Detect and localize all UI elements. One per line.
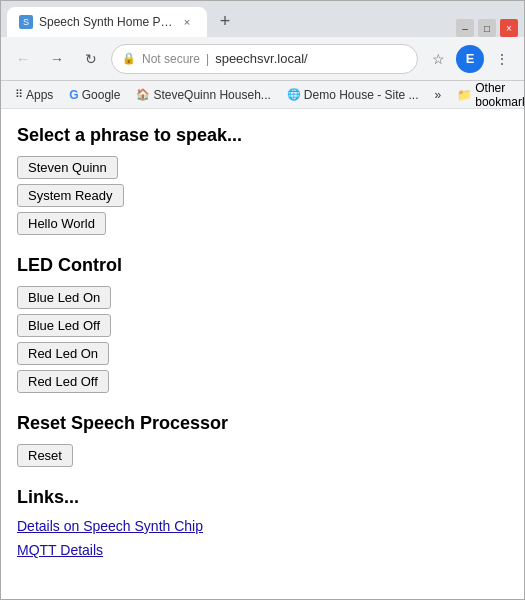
back-button[interactable]: ← [9,45,37,73]
bookmark-apps[interactable]: ⠿ Apps [9,86,59,104]
steven-quinn-button[interactable]: Steven Quinn [17,156,118,179]
phrase-section: Select a phrase to speak... Steven Quinn… [17,125,508,235]
more-menu-button[interactable]: ⋮ [488,45,516,73]
reset-section-title: Reset Speech Processor [17,413,508,434]
reset-section: Reset Speech Processor Reset [17,413,508,467]
tab-bar: S Speech Synth Home Page × + – □ × [1,1,524,37]
reset-button[interactable]: Reset [17,444,73,467]
page-content: Select a phrase to speak... Steven Quinn… [1,109,524,599]
toolbar: ← → ↻ 🔒 Not secure | speechsvr.local/ ☆ … [1,37,524,81]
red-led-off-button[interactable]: Red Led Off [17,370,109,393]
tab-close-button[interactable]: × [179,14,195,30]
blue-led-on-button[interactable]: Blue Led On [17,286,111,309]
speech-synth-chip-link[interactable]: Details on Speech Synth Chip [17,518,508,534]
forward-button[interactable]: → [43,45,71,73]
bookmark-stevequinn-label: SteveQuinn Househ... [153,88,270,102]
bookmark-stevequinn[interactable]: 🏠 SteveQuinn Househ... [130,86,276,104]
bookmark-star-button[interactable]: ☆ [424,45,452,73]
lock-icon: 🔒 [122,52,136,65]
bookmark-google[interactable]: G Google [63,86,126,104]
blue-led-off-button[interactable]: Blue Led Off [17,314,111,337]
red-led-on-button[interactable]: Red Led On [17,342,109,365]
led-section-title: LED Control [17,255,508,276]
maximize-button[interactable]: □ [478,19,496,37]
bookmark-more-button[interactable]: » [429,86,448,104]
refresh-button[interactable]: ↻ [77,45,105,73]
tab-title: Speech Synth Home Page [39,15,173,29]
not-secure-label: Not secure [142,52,200,66]
system-ready-button[interactable]: System Ready [17,184,124,207]
demohouse-icon: 🌐 [287,88,301,101]
led-section: LED Control Blue Led On Blue Led Off Red… [17,255,508,393]
links-section: Links... Details on Speech Synth Chip MQ… [17,487,508,558]
active-tab[interactable]: S Speech Synth Home Page × [7,7,207,37]
bookmark-demohouse-label: Demo House - Site ... [304,88,419,102]
new-tab-button[interactable]: + [211,7,239,35]
toolbar-right: ☆ E ⋮ [424,45,516,73]
google-icon: G [69,88,78,102]
minimize-button[interactable]: – [456,19,474,37]
apps-icon: ⠿ [15,88,23,101]
other-bookmarks-label: Other bookmarks [475,81,524,109]
window-close-button[interactable]: × [500,19,518,37]
bookmark-apps-label: Apps [26,88,53,102]
folder-icon: 📁 [457,88,472,102]
phrase-section-title: Select a phrase to speak... [17,125,508,146]
other-bookmarks[interactable]: 📁 Other bookmarks [451,81,524,109]
window-controls: – □ × [456,19,518,37]
profile-button[interactable]: E [456,45,484,73]
mqtt-details-link[interactable]: MQTT Details [17,542,508,558]
hello-world-button[interactable]: Hello World [17,212,106,235]
bookmarks-bar: ⠿ Apps G Google 🏠 SteveQuinn Househ... 🌐… [1,81,524,109]
stevequinn-icon: 🏠 [136,88,150,101]
bookmark-google-label: Google [82,88,121,102]
bookmark-demohouse[interactable]: 🌐 Demo House - Site ... [281,86,425,104]
links-section-title: Links... [17,487,508,508]
tab-favicon: S [19,15,33,29]
browser-window: S Speech Synth Home Page × + – □ × ← → ↻… [0,0,525,600]
address-text: speechsvr.local/ [215,51,308,66]
address-bar[interactable]: 🔒 Not secure | speechsvr.local/ [111,44,418,74]
